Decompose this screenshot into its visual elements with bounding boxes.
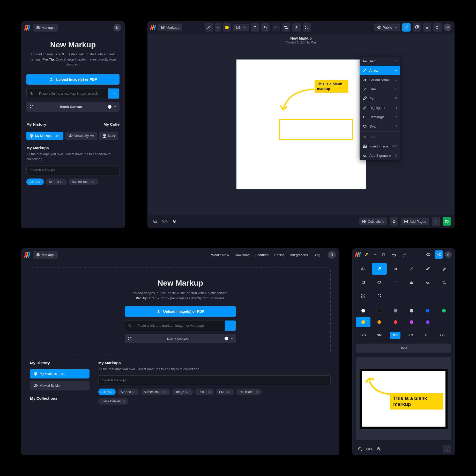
color-swatch[interactable] bbox=[437, 306, 451, 316]
color-swatch[interactable] bbox=[420, 306, 435, 316]
fullscreen-button[interactable] bbox=[303, 23, 311, 32]
link-submit-button[interactable]: → bbox=[225, 321, 236, 331]
undo-button[interactable] bbox=[390, 250, 398, 259]
search-input[interactable] bbox=[27, 166, 119, 175]
upload-button[interactable]: Upload Image(s) or PDF bbox=[26, 74, 120, 85]
done-button[interactable]: Done bbox=[356, 344, 451, 353]
tool-item-oval[interactable]: OvalO bbox=[360, 122, 400, 131]
color-button[interactable] bbox=[223, 23, 231, 32]
tab-my markups[interactable]: My Markups(993) bbox=[26, 132, 63, 140]
tool-item-add signature[interactable]: Add SignatureS bbox=[360, 151, 400, 160]
color-swatch[interactable] bbox=[404, 317, 419, 327]
copy-button[interactable] bbox=[413, 23, 421, 32]
visibility-button[interactable] bbox=[424, 250, 433, 259]
tool-line[interactable] bbox=[404, 263, 419, 275]
nav-integrations[interactable]: Integrations bbox=[290, 253, 308, 257]
canvas[interactable]: This is a blank markup bbox=[360, 369, 448, 429]
avatar[interactable]: N bbox=[445, 251, 452, 258]
tool-item-pen[interactable]: PenP bbox=[360, 94, 400, 103]
crop-button[interactable] bbox=[282, 23, 290, 32]
more-button[interactable] bbox=[432, 217, 440, 226]
tool-item-callout arrow[interactable]: Callout ArrowC bbox=[360, 75, 400, 84]
filter-blank canvas[interactable]: Blank Canvas (3) bbox=[98, 398, 128, 405]
sidebar-item-viewed by me[interactable]: Viewed By Me bbox=[30, 381, 90, 390]
nav-what-s-new[interactable]: What's New bbox=[211, 253, 229, 257]
color-swatch[interactable] bbox=[372, 306, 386, 316]
redo-button[interactable] bbox=[272, 23, 280, 32]
redo-button[interactable] bbox=[400, 250, 408, 259]
sidebar-item-my markups[interactable]: My Markups(993) bbox=[30, 369, 90, 378]
tool-text[interactable]: Aa bbox=[356, 263, 370, 275]
avatar[interactable]: N bbox=[328, 251, 336, 259]
search-input[interactable] bbox=[99, 376, 330, 385]
filter-starred[interactable]: Starred (2) bbox=[118, 389, 139, 395]
size-button[interactable]: LG bbox=[233, 24, 249, 31]
filter-screenshot[interactable]: Screenshot (827) bbox=[69, 178, 98, 185]
nav-features[interactable]: Features bbox=[255, 253, 269, 257]
tool-item-rectangle[interactable]: RectangleR bbox=[360, 112, 400, 122]
filter-screenshot[interactable]: Screenshot (827) bbox=[141, 389, 170, 395]
chevron-down-icon[interactable] bbox=[231, 338, 233, 339]
tool-item-text[interactable]: AaTextT bbox=[360, 57, 400, 66]
color-swatch[interactable] bbox=[420, 317, 435, 327]
markups-button[interactable]: Markups bbox=[158, 24, 182, 31]
tool-fullscreen[interactable] bbox=[372, 290, 386, 302]
zoom-out-button[interactable] bbox=[356, 445, 364, 453]
zoom-in-button[interactable] bbox=[171, 217, 179, 226]
avatar[interactable]: N bbox=[444, 24, 451, 31]
collections-button[interactable]: Collections bbox=[359, 218, 388, 225]
blank-canvas-button[interactable]: Blank Canvas bbox=[26, 102, 120, 112]
help-button[interactable] bbox=[443, 217, 451, 226]
add-pages-button[interactable]: Add Pages bbox=[401, 218, 429, 225]
tool-image[interactable] bbox=[404, 276, 419, 288]
filter-pdf[interactable]: PDF (34) bbox=[216, 389, 235, 395]
star-button[interactable] bbox=[390, 217, 398, 226]
color-swatch[interactable] bbox=[372, 317, 386, 327]
tool-crop[interactable] bbox=[437, 276, 451, 288]
tool-rectangle[interactable] bbox=[356, 276, 370, 288]
filter-all[interactable]: All (993) bbox=[98, 389, 116, 395]
filter-image[interactable]: Image (67) bbox=[172, 389, 193, 395]
size-xs[interactable]: XS bbox=[359, 332, 369, 339]
color-swatch[interactable] bbox=[388, 317, 403, 327]
tool-resize[interactable] bbox=[356, 290, 370, 302]
share-button[interactable] bbox=[402, 23, 411, 32]
size-lg[interactable]: LG bbox=[406, 332, 416, 339]
chevron-down-icon[interactable] bbox=[114, 106, 116, 107]
filter-all[interactable]: All (993) bbox=[26, 178, 44, 185]
more-button[interactable] bbox=[443, 445, 451, 453]
nav-blog[interactable]: Blog bbox=[314, 253, 320, 257]
link-submit-button[interactable]: → bbox=[108, 88, 119, 99]
magic-button[interactable] bbox=[292, 23, 301, 32]
link-input[interactable] bbox=[36, 88, 108, 99]
tool-pen[interactable] bbox=[420, 263, 435, 275]
arrow-annotation[interactable] bbox=[278, 88, 317, 114]
size-xl[interactable]: XL bbox=[421, 332, 431, 339]
markups-button[interactable]: Markups bbox=[33, 251, 58, 259]
nav-pricing[interactable]: Pricing bbox=[274, 253, 285, 257]
link-input[interactable] bbox=[135, 321, 225, 331]
tool-signature[interactable] bbox=[420, 276, 435, 288]
color-swatch[interactable] bbox=[404, 306, 419, 316]
tool-dropdown-button[interactable] bbox=[373, 250, 377, 259]
dropzone[interactable]: New Markup Upload images, a PDF, paste a… bbox=[30, 267, 331, 354]
upload-button[interactable]: Upload Image(s) or PDF bbox=[125, 306, 236, 317]
canvas[interactable]: This is a blank markup bbox=[236, 60, 366, 189]
zoom-out-button[interactable] bbox=[151, 217, 159, 226]
rectangle-annotation[interactable] bbox=[279, 119, 353, 140]
tool-arrow-button[interactable] bbox=[205, 23, 213, 32]
color-swatch[interactable] bbox=[356, 317, 370, 327]
filter-duplicate[interactable]: Duplicate (29) bbox=[236, 389, 262, 395]
tool-item-insert image[interactable]: Insert Image⌘V bbox=[360, 142, 400, 151]
download-button[interactable] bbox=[423, 23, 431, 32]
filter-url[interactable]: URL (33) bbox=[195, 389, 214, 395]
tool-highlighter[interactable] bbox=[437, 263, 451, 275]
color-swatch[interactable] bbox=[356, 306, 370, 316]
callout-annotation[interactable]: This is a blank markup bbox=[390, 393, 443, 410]
tab-viewed by me[interactable]: Viewed By Me bbox=[65, 132, 97, 140]
size-xxl[interactable]: XXL bbox=[437, 332, 448, 339]
delete-button[interactable] bbox=[380, 250, 388, 259]
delete-button[interactable] bbox=[251, 23, 259, 32]
tool-item-line[interactable]: LineL bbox=[360, 84, 400, 94]
size-md[interactable]: MD bbox=[390, 332, 400, 339]
